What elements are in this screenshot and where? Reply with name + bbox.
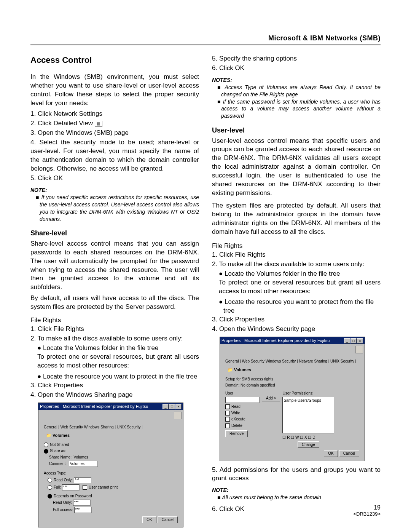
write-check[interactable]	[225, 411, 230, 415]
comment-label: Comment:	[49, 462, 67, 466]
volumes-label-2: Volumes	[234, 367, 251, 372]
user-fr-bullet-1: ● Locate the Volumes folder in the file …	[219, 270, 381, 278]
user-step-5: 5. Add permissions for the users and gro…	[212, 466, 381, 483]
step-3: 3. Open the Windows (SMB) page	[30, 129, 199, 137]
remove-button[interactable]: Remove	[225, 430, 248, 437]
user-fr-3: 3. Click Properties	[212, 315, 381, 324]
windows-sharing-dialog: Properties - Microsoft Internet Explorer…	[38, 403, 183, 527]
cancel-button-2[interactable]: Cancel	[339, 450, 359, 457]
share-level-heading: Share-level	[30, 228, 199, 238]
dialog1-tabs[interactable]: General | Web Security Windows Sharing |…	[44, 425, 178, 430]
share-fr-2: 2. To make all the discs available to so…	[30, 334, 199, 343]
perm-label: User Permissions:	[282, 391, 334, 396]
access-type-label: Access Type:	[44, 471, 178, 476]
step-5: 5. Click OK	[30, 174, 199, 183]
user-field[interactable]	[225, 397, 260, 403]
step-1: 1. Click Network Settings	[30, 110, 199, 118]
step-2: 2. Click Detailed View ▤	[30, 119, 199, 128]
right-step-5: 5. Specify the sharing options	[212, 54, 381, 63]
rwxd-row[interactable]: ☐ R ☐ W ☐ X ☐ D	[282, 435, 334, 440]
share-fr-3: 3. Click Properties	[30, 381, 199, 390]
user-paragraph-1: User-level access control means that spe…	[212, 137, 381, 198]
close-icon[interactable]: ×	[175, 404, 182, 409]
full-radio[interactable]	[48, 485, 52, 490]
page-footer: 19 <DRB1239>	[353, 504, 381, 517]
note3-body: All users must belong to the same domain	[217, 494, 381, 501]
volumes-label: Volumes	[53, 433, 70, 438]
share-as-radio[interactable]	[44, 449, 48, 454]
user-paragraph-2: The system files are protected by defaul…	[212, 201, 381, 236]
write-label: Write	[231, 411, 240, 415]
toolbar-button[interactable]	[174, 412, 182, 419]
share-fr-1: 1. Click File Rights	[30, 325, 199, 334]
comment-field[interactable]: Volumes	[69, 461, 98, 467]
share-as-label: Share as:	[50, 449, 66, 453]
add-button[interactable]: Add >	[262, 395, 280, 402]
right-column: 5. Specify the sharing options 6. Click …	[212, 54, 381, 532]
full-label: Full:	[54, 485, 61, 489]
note-body: If you need specific access restrictions…	[36, 194, 199, 223]
not-shared-label: Not Shared	[50, 443, 69, 447]
step-2-text: 2. Click Detailed View	[30, 120, 93, 127]
dep-ro-field[interactable]: ***	[73, 500, 91, 506]
min-icon[interactable]: _	[162, 404, 169, 409]
detailed-view-icon: ▤	[95, 121, 102, 127]
dialog2-tabs[interactable]: General | Web Security Windows Security …	[225, 359, 359, 364]
intro-paragraph: In the Windows (SMB) environment, you mu…	[30, 73, 199, 108]
user-fr-4: 4. Open the Windows Security page	[212, 325, 381, 334]
max-icon[interactable]: □	[350, 338, 357, 343]
not-shared-radio[interactable]	[44, 443, 48, 447]
user-file-rights-heading: File Rights	[212, 242, 381, 251]
readonly-pw-field[interactable]: ***	[74, 477, 91, 483]
left-column: Access Control In the Windows (SMB) envi…	[30, 54, 199, 532]
share-fr-4: 4. Open the Windows Sharing page	[30, 391, 199, 399]
user-fr-note: To protect one or several resources but …	[219, 278, 381, 296]
user-level-heading: User-level	[212, 126, 381, 135]
user-cannot-label: User cannot print	[89, 485, 118, 489]
share-fr-bullet-2: ● Locate the resource you want to protec…	[37, 372, 199, 381]
min-icon[interactable]: _	[344, 338, 350, 343]
user-label: User	[225, 391, 260, 396]
notes-body-b: If the same password is set for multiple…	[217, 98, 381, 120]
setup-label: Setup for SMB access rights	[225, 377, 359, 382]
note-heading: NOTE:	[30, 187, 199, 194]
domain-label: Domain: No domain specified	[225, 383, 359, 388]
ok-button-2[interactable]: OK	[324, 450, 338, 457]
read-check[interactable]	[225, 404, 230, 409]
notes-body-a: Access Type of Volumes are always Read O…	[217, 84, 381, 98]
dep-fa-field[interactable]: ***	[74, 507, 92, 513]
notes-heading: NOTES:	[212, 77, 381, 84]
full-pw-field[interactable]: ***	[62, 484, 80, 490]
readonly-radio[interactable]	[48, 478, 52, 482]
depends-radio[interactable]	[48, 494, 52, 498]
ok-button[interactable]: OK	[142, 516, 156, 523]
readonly-label: Read Only:	[54, 478, 73, 482]
doc-ref: <DRB1239>	[353, 511, 381, 517]
share-name-value: Volumes	[73, 455, 88, 459]
delete-check[interactable]	[225, 423, 230, 428]
dep-ro-label: Read Only:	[53, 500, 72, 505]
share-paragraph-1: Share-level access control means that yo…	[30, 240, 199, 292]
note3-heading: NOTE:	[212, 487, 381, 494]
share-fr-bullet-1: ● Locate the Volumes folder in the file …	[37, 344, 199, 353]
execute-check[interactable]	[225, 417, 230, 422]
depends-label: Depends on Password	[54, 494, 92, 498]
step-4: 4. Select the security mode to be used; …	[30, 138, 199, 173]
share-paragraph-2: By default, all users will have access t…	[30, 294, 199, 312]
execute-label: eXecute	[231, 417, 245, 421]
windows-security-dialog: Properties - Microsoft Internet Explorer…	[220, 337, 365, 461]
page-header: Microsoft & IBM Networks (SMB)	[30, 34, 381, 45]
dep-fa-label: Full access:	[53, 508, 73, 512]
user-cannot-check[interactable]	[83, 485, 87, 490]
page-number: 19	[353, 504, 381, 511]
user-fr-bullet-2: ● Locate the resource you want to protec…	[219, 298, 381, 315]
section-title: Access Control	[30, 54, 199, 66]
change-button[interactable]: Change	[298, 441, 319, 448]
cancel-button[interactable]: Cancel	[158, 516, 178, 523]
read-label: Read	[231, 404, 241, 409]
permissions-listbox[interactable]: Sample Users/Groups	[282, 397, 334, 433]
toolbar-button[interactable]	[355, 346, 363, 353]
max-icon[interactable]: □	[169, 404, 175, 409]
close-icon[interactable]: ×	[357, 338, 363, 343]
dialog1-title: Properties - Microsoft Internet Explorer…	[40, 404, 148, 409]
